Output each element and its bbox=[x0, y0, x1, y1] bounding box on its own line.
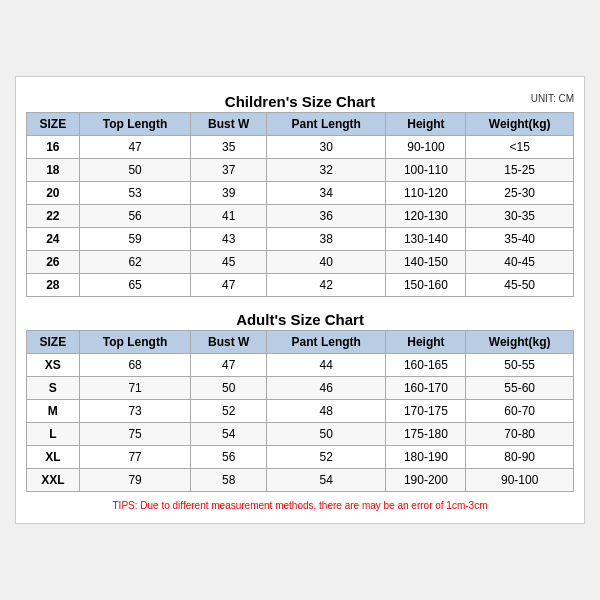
table-cell: 30 bbox=[267, 136, 386, 159]
table-cell: 77 bbox=[79, 446, 191, 469]
table-cell: 73 bbox=[79, 400, 191, 423]
table-row: XS684744160-16550-55 bbox=[27, 354, 574, 377]
table-cell: 36 bbox=[267, 205, 386, 228]
col-height: Height bbox=[386, 113, 466, 136]
table-cell: 71 bbox=[79, 377, 191, 400]
table-row: 20533934110-12025-30 bbox=[27, 182, 574, 205]
table-cell: 50 bbox=[191, 377, 267, 400]
col-top-length: Top Length bbox=[79, 331, 191, 354]
table-cell: 34 bbox=[267, 182, 386, 205]
table-cell: 32 bbox=[267, 159, 386, 182]
table-cell: 47 bbox=[191, 274, 267, 297]
col-size: SIZE bbox=[27, 113, 80, 136]
adult-title-text: Adult's Size Chart bbox=[236, 311, 364, 328]
table-cell: XL bbox=[27, 446, 80, 469]
table-cell: 28 bbox=[27, 274, 80, 297]
table-cell: 120-130 bbox=[386, 205, 466, 228]
table-cell: 35 bbox=[191, 136, 267, 159]
table-row: 24594338130-14035-40 bbox=[27, 228, 574, 251]
table-cell: 59 bbox=[79, 228, 191, 251]
chart-container: Children's Size Chart UNIT: CM SIZE Top … bbox=[15, 76, 585, 524]
table-cell: 90-100 bbox=[466, 469, 574, 492]
col-size: SIZE bbox=[27, 331, 80, 354]
table-cell: 160-165 bbox=[386, 354, 466, 377]
table-cell: 52 bbox=[267, 446, 386, 469]
table-cell: 90-100 bbox=[386, 136, 466, 159]
table-cell: 170-175 bbox=[386, 400, 466, 423]
col-pant-length: Pant Length bbox=[267, 113, 386, 136]
table-cell: S bbox=[27, 377, 80, 400]
col-bust-w: Bust W bbox=[191, 113, 267, 136]
children-title: Children's Size Chart UNIT: CM bbox=[26, 87, 574, 112]
table-cell: 180-190 bbox=[386, 446, 466, 469]
table-cell: 56 bbox=[79, 205, 191, 228]
table-cell: 70-80 bbox=[466, 423, 574, 446]
table-row: XXL795854190-20090-100 bbox=[27, 469, 574, 492]
table-cell: 45-50 bbox=[466, 274, 574, 297]
tips-text: TIPS: Due to different measurement metho… bbox=[26, 498, 574, 513]
col-weight: Weight(kg) bbox=[466, 331, 574, 354]
col-top-length: Top Length bbox=[79, 113, 191, 136]
table-row: 26624540140-15040-45 bbox=[27, 251, 574, 274]
table-cell: 50 bbox=[267, 423, 386, 446]
table-cell: 150-160 bbox=[386, 274, 466, 297]
table-cell: 54 bbox=[191, 423, 267, 446]
table-cell: XXL bbox=[27, 469, 80, 492]
table-row: M735248170-17560-70 bbox=[27, 400, 574, 423]
table-cell: 44 bbox=[267, 354, 386, 377]
table-cell: 75 bbox=[79, 423, 191, 446]
table-cell: 110-120 bbox=[386, 182, 466, 205]
table-cell: 16 bbox=[27, 136, 80, 159]
table-cell: 65 bbox=[79, 274, 191, 297]
table-cell: 140-150 bbox=[386, 251, 466, 274]
table-cell: 25-30 bbox=[466, 182, 574, 205]
table-cell: M bbox=[27, 400, 80, 423]
col-bust-w: Bust W bbox=[191, 331, 267, 354]
unit-label: UNIT: CM bbox=[531, 93, 574, 104]
table-cell: 38 bbox=[267, 228, 386, 251]
table-cell: 24 bbox=[27, 228, 80, 251]
table-cell: 60-70 bbox=[466, 400, 574, 423]
table-cell: 35-40 bbox=[466, 228, 574, 251]
children-header-row: SIZE Top Length Bust W Pant Length Heigh… bbox=[27, 113, 574, 136]
table-cell: 175-180 bbox=[386, 423, 466, 446]
adult-size-table: SIZE Top Length Bust W Pant Length Heigh… bbox=[26, 330, 574, 492]
table-cell: 54 bbox=[267, 469, 386, 492]
table-row: L755450175-18070-80 bbox=[27, 423, 574, 446]
adult-title: Adult's Size Chart bbox=[26, 305, 574, 330]
table-cell: 53 bbox=[79, 182, 191, 205]
table-cell: L bbox=[27, 423, 80, 446]
table-row: 18503732100-11015-25 bbox=[27, 159, 574, 182]
table-cell: 22 bbox=[27, 205, 80, 228]
col-pant-length: Pant Length bbox=[267, 331, 386, 354]
table-cell: <15 bbox=[466, 136, 574, 159]
table-cell: XS bbox=[27, 354, 80, 377]
table-row: S715046160-17055-60 bbox=[27, 377, 574, 400]
children-size-table: SIZE Top Length Bust W Pant Length Heigh… bbox=[26, 112, 574, 297]
table-cell: 58 bbox=[191, 469, 267, 492]
table-cell: 18 bbox=[27, 159, 80, 182]
table-cell: 48 bbox=[267, 400, 386, 423]
table-cell: 30-35 bbox=[466, 205, 574, 228]
table-cell: 40 bbox=[267, 251, 386, 274]
table-row: 28654742150-16045-50 bbox=[27, 274, 574, 297]
table-cell: 160-170 bbox=[386, 377, 466, 400]
table-row: XL775652180-19080-90 bbox=[27, 446, 574, 469]
col-height: Height bbox=[386, 331, 466, 354]
table-cell: 45 bbox=[191, 251, 267, 274]
table-cell: 52 bbox=[191, 400, 267, 423]
table-cell: 79 bbox=[79, 469, 191, 492]
table-row: 22564136120-13030-35 bbox=[27, 205, 574, 228]
children-title-text: Children's Size Chart bbox=[225, 93, 375, 110]
table-cell: 15-25 bbox=[466, 159, 574, 182]
table-cell: 37 bbox=[191, 159, 267, 182]
adult-header-row: SIZE Top Length Bust W Pant Length Heigh… bbox=[27, 331, 574, 354]
table-cell: 100-110 bbox=[386, 159, 466, 182]
table-cell: 50 bbox=[79, 159, 191, 182]
table-cell: 80-90 bbox=[466, 446, 574, 469]
table-row: 1647353090-100<15 bbox=[27, 136, 574, 159]
table-cell: 130-140 bbox=[386, 228, 466, 251]
table-cell: 43 bbox=[191, 228, 267, 251]
col-weight: Weight(kg) bbox=[466, 113, 574, 136]
table-cell: 47 bbox=[191, 354, 267, 377]
